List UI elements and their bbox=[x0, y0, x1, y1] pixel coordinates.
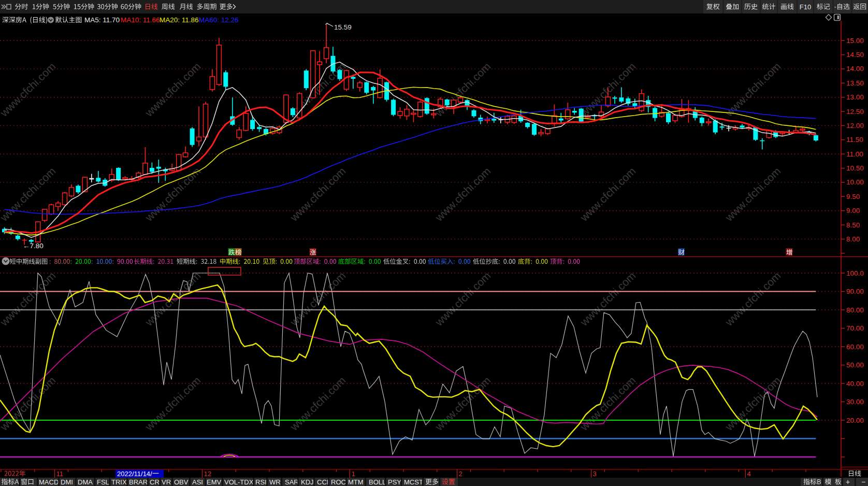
svg-text:9.00: 9.00 bbox=[846, 207, 860, 215]
svg-text:15.00: 15.00 bbox=[846, 37, 864, 45]
svg-text:40.00: 40.00 bbox=[846, 380, 864, 388]
svg-text:13.50: 13.50 bbox=[846, 79, 864, 87]
svg-text:RSI: RSI bbox=[255, 478, 267, 486]
svg-text:80.00: 80.00 bbox=[846, 306, 864, 314]
svg-text:70.00: 70.00 bbox=[846, 324, 864, 332]
svg-text:100.0: 100.0 bbox=[846, 269, 864, 277]
svg-text:50.00: 50.00 bbox=[846, 361, 864, 369]
svg-text:ASI: ASI bbox=[192, 478, 203, 486]
svg-text:9.50: 9.50 bbox=[846, 193, 860, 201]
svg-text:PSY: PSY bbox=[388, 478, 401, 486]
svg-text:BOLL: BOLL bbox=[369, 478, 386, 486]
svg-text:12.00: 12.00 bbox=[846, 122, 864, 130]
svg-text:FSL: FSL bbox=[97, 478, 109, 486]
svg-text:15.59: 15.59 bbox=[334, 23, 352, 31]
svg-text:10.50: 10.50 bbox=[846, 164, 864, 172]
svg-text:2022/11/14/: 2022/11/14/ bbox=[117, 470, 152, 478]
svg-text:−: − bbox=[861, 478, 865, 486]
svg-text:60.00: 60.00 bbox=[846, 343, 864, 351]
svg-text:MA5: 11.70: MA5: 11.70 bbox=[84, 16, 120, 24]
svg-text:MA10: 11.66: MA10: 11.66 bbox=[121, 16, 160, 24]
svg-text:11.50: 11.50 bbox=[846, 136, 863, 144]
svg-text:CCI: CCI bbox=[317, 478, 328, 486]
svg-text:11.00: 11.00 bbox=[846, 150, 863, 158]
svg-text:OBV: OBV bbox=[174, 478, 189, 486]
svg-text:CR: CR bbox=[150, 478, 160, 486]
svg-text:TRIX: TRIX bbox=[111, 478, 127, 486]
svg-text:MA20: 11.86: MA20: 11.86 bbox=[160, 16, 199, 24]
svg-text:12: 12 bbox=[204, 470, 211, 478]
svg-text:ROC: ROC bbox=[331, 478, 346, 486]
svg-text:VR: VR bbox=[162, 478, 171, 486]
svg-text:MACD: MACD bbox=[39, 478, 59, 486]
svg-text:1: 1 bbox=[351, 470, 355, 478]
svg-text:DMI: DMI bbox=[61, 478, 73, 486]
svg-text:2: 2 bbox=[459, 470, 462, 478]
svg-text:90.00: 90.00 bbox=[846, 288, 864, 295]
svg-text:12.50: 12.50 bbox=[846, 108, 864, 116]
svg-text:MTM: MTM bbox=[348, 478, 364, 486]
svg-text:14.50: 14.50 bbox=[846, 51, 864, 59]
svg-text:30.00: 30.00 bbox=[846, 398, 864, 406]
svg-text:VOL-TDX: VOL-TDX bbox=[224, 478, 254, 486]
svg-text:20.00: 20.00 bbox=[846, 417, 864, 424]
svg-text:4: 4 bbox=[747, 470, 750, 478]
svg-text:8.00: 8.00 bbox=[846, 235, 860, 243]
svg-text:WR: WR bbox=[269, 478, 281, 486]
svg-text:3: 3 bbox=[593, 470, 597, 478]
svg-text:14.00: 14.00 bbox=[846, 65, 864, 73]
svg-text:MA60: 12.26: MA60: 12.26 bbox=[199, 16, 239, 24]
svg-text:10.00: 10.00 bbox=[846, 178, 864, 186]
svg-text:BRAR: BRAR bbox=[129, 478, 148, 486]
svg-text:11: 11 bbox=[56, 470, 64, 478]
svg-text:13.00: 13.00 bbox=[846, 93, 864, 101]
svg-text:←7.80: ←7.80 bbox=[23, 242, 44, 250]
svg-text:DMA: DMA bbox=[78, 478, 93, 486]
svg-text:8.50: 8.50 bbox=[846, 221, 860, 229]
svg-text:SAR: SAR bbox=[285, 478, 299, 486]
svg-text:MCST: MCST bbox=[404, 478, 423, 486]
svg-text:EMV: EMV bbox=[207, 478, 222, 486]
svg-text:F10: F10 bbox=[800, 3, 811, 11]
svg-text:+: + bbox=[846, 478, 850, 486]
svg-text:KDJ: KDJ bbox=[301, 478, 314, 486]
